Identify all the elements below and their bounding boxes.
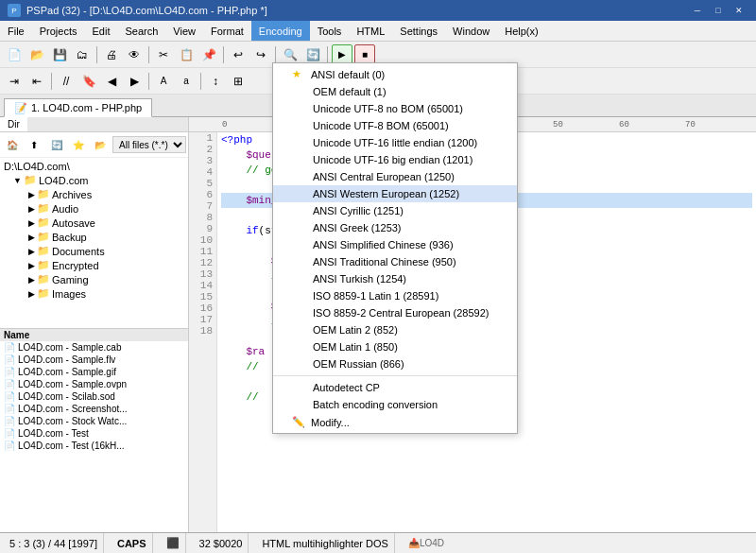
- copy-button[interactable]: 📋: [176, 44, 197, 65]
- tree-arrow-encrypted: ▶: [28, 261, 35, 270]
- caps-indicator: ⬛: [166, 537, 180, 549]
- editor-tab-php[interactable]: 📝 1. LO4D.com - PHP.php: [4, 98, 152, 117]
- file-name-6: LO4D.com - Stock Watc...: [18, 416, 127, 426]
- encoding-item-modify[interactable]: ✏️ Modify...: [273, 413, 517, 431]
- menu-tools[interactable]: Tools: [310, 21, 350, 41]
- prev-bookmark-button[interactable]: ◀: [101, 71, 122, 92]
- tree-item-documents[interactable]: ▶ 📁 Documents: [4, 244, 184, 258]
- file-list-item-0[interactable]: 📄 LO4D.com - Sample.cab: [0, 341, 188, 354]
- format-button[interactable]: ⊞: [228, 71, 249, 92]
- tree-item-encrypted[interactable]: ▶ 📁 Encrypted: [4, 258, 184, 272]
- toolbar-sep-8: [200, 73, 201, 90]
- file-list-item-2[interactable]: 📄 LO4D.com - Sample.gif: [0, 366, 188, 378]
- file-list-item-1[interactable]: 📄 LO4D.com - Sample.flv: [0, 354, 188, 366]
- file-list-item-4[interactable]: 📄 LO4D.com - Scilab.sod: [0, 390, 188, 403]
- file-icon-7: 📄: [4, 428, 15, 439]
- tab-label: 1. LO4D.com - PHP.php: [31, 102, 142, 113]
- undo-button[interactable]: ↩: [228, 44, 249, 65]
- new-button[interactable]: 📄: [4, 44, 25, 65]
- encoding-item-utf16-le[interactable]: Unicode UTF-16 little endian (1200): [273, 134, 517, 151]
- file-up-button[interactable]: ⬆: [24, 134, 43, 155]
- save-button[interactable]: 💾: [49, 44, 70, 65]
- encoding-item-oem-latin1[interactable]: OEM Latin 1 (850): [273, 338, 517, 355]
- encoding-item-autodetect[interactable]: Autodetect CP: [273, 379, 517, 396]
- outdent-button[interactable]: ⇤: [26, 71, 47, 92]
- menu-search[interactable]: Search: [117, 21, 165, 41]
- print-button[interactable]: 🖨: [101, 44, 122, 65]
- file-open-button[interactable]: 📂: [91, 134, 111, 155]
- menu-file[interactable]: File: [0, 21, 32, 41]
- open-button[interactable]: 📂: [26, 44, 47, 65]
- indent-button[interactable]: ⇥: [4, 71, 25, 92]
- encoding-item-batch[interactable]: Batch encoding conversion: [273, 396, 517, 413]
- file-tab-dir[interactable]: Dir: [0, 117, 27, 131]
- encoding-item-ansi-cyr[interactable]: ANSI Cyrillic (1251): [273, 202, 517, 219]
- menu-projects[interactable]: Projects: [32, 21, 85, 41]
- file-list-item-5[interactable]: 📄 LO4D.com - Screenshot...: [0, 403, 188, 415]
- menu-window[interactable]: Window: [445, 21, 497, 41]
- tree-item-autosave[interactable]: ▶ 📁 Autosave: [4, 216, 184, 230]
- menu-html[interactable]: HTML: [349, 21, 392, 41]
- encoding-item-utf8-nobom[interactable]: Unicode UTF-8 no BOM (65001): [273, 100, 517, 117]
- menu-view[interactable]: View: [165, 21, 203, 41]
- menu-edit[interactable]: Edit: [84, 21, 117, 41]
- encoding-item-utf8-bom[interactable]: Unicode UTF-8 BOM (65001): [273, 117, 517, 134]
- tree-item-images[interactable]: ▶ 📁 Images: [4, 286, 184, 301]
- menu-settings[interactable]: Settings: [392, 21, 445, 41]
- tree-item-archives[interactable]: ▶ 📁 Archives: [4, 187, 184, 201]
- file-list-item-7[interactable]: 📄 LO4D.com - Test: [0, 427, 188, 440]
- encoding-item-ansi-tchinese[interactable]: ANSI Traditional Chinese (950): [273, 253, 517, 270]
- bookmark-button[interactable]: 🔖: [78, 71, 99, 92]
- menu-format[interactable]: Format: [203, 21, 251, 41]
- encoding-item-ansi-greek[interactable]: ANSI Greek (1253): [273, 219, 517, 236]
- redo-button[interactable]: ↪: [250, 44, 271, 65]
- menu-help[interactable]: Help(x): [497, 21, 545, 41]
- save-all-button[interactable]: 🗂: [72, 44, 93, 65]
- tree-label-lo4d: LO4D.com: [39, 175, 89, 186]
- uppercase-button[interactable]: A: [153, 71, 174, 92]
- file-panel: Dir 🏠 ⬆ 🔄 ⭐ 📂 All files (*.*) D:\LO4D.co…: [0, 117, 189, 532]
- maximize-button[interactable]: □: [709, 4, 728, 17]
- file-home-button[interactable]: 🏠: [2, 134, 22, 155]
- file-list-item-3[interactable]: 📄 LO4D.com - Sample.ovpn: [0, 378, 188, 390]
- encoding-item-utf16-be[interactable]: Unicode UTF-16 big endian (1201): [273, 151, 517, 168]
- encoding-item-ansi-we[interactable]: ANSI Western European (1252): [273, 185, 517, 202]
- file-fav-button[interactable]: ⭐: [68, 134, 88, 155]
- encoding-item-ansi-turkish[interactable]: ANSI Turkish (1254): [273, 270, 517, 287]
- encoding-item-ansi-ce[interactable]: ANSI Central European (1250): [273, 168, 517, 185]
- status-position-text: 5 : 3 (3) / 44 [1997]: [9, 538, 97, 549]
- file-icon-4: 📄: [4, 391, 15, 402]
- status-position: 5 : 3 (3) / 44 [1997]: [4, 533, 104, 553]
- file-list-item-8[interactable]: 📄 LO4D.com - Test (16kH...: [0, 440, 188, 452]
- tree-item-audio[interactable]: ▶ 📁 Audio: [4, 201, 184, 216]
- file-icon-6: 📄: [4, 416, 15, 426]
- file-refresh-button[interactable]: 🔄: [46, 134, 66, 155]
- print-preview-button[interactable]: 👁: [124, 44, 145, 65]
- file-filter-select[interactable]: All files (*.*): [112, 136, 186, 153]
- encoding-label-16: OEM Latin 1 (850): [313, 341, 398, 353]
- tree-item-backup[interactable]: ▶ 📁 Backup: [4, 230, 184, 244]
- menu-encoding[interactable]: Encoding: [251, 21, 310, 41]
- encoding-label-2: Unicode UTF-8 no BOM (65001): [313, 103, 463, 114]
- minimize-button[interactable]: ─: [688, 4, 707, 17]
- cut-button[interactable]: ✂: [153, 44, 174, 65]
- folder-icon-autosave: 📁: [37, 216, 50, 229]
- paste-button[interactable]: 📌: [198, 44, 219, 65]
- file-list-item-6[interactable]: 📄 LO4D.com - Stock Watc...: [0, 415, 188, 427]
- tree-item-gaming[interactable]: ▶ 📁 Gaming: [4, 272, 184, 286]
- encoding-item-oem-latin2[interactable]: OEM Latin 2 (852): [273, 321, 517, 338]
- encoding-item-oem-russian[interactable]: OEM Russian (866): [273, 355, 517, 372]
- encoding-item-iso-ce[interactable]: ISO 8859-2 Central European (28592): [273, 304, 517, 321]
- encoding-item-ansi-schinese[interactable]: ANSI Simplified Chinese (936): [273, 236, 517, 253]
- file-icon-8: 📄: [4, 441, 15, 451]
- encoding-item-oem-default[interactable]: OEM default (1): [273, 83, 517, 100]
- encoding-item-ansi-default[interactable]: ★ ANSI default (0): [273, 65, 517, 83]
- sort-button[interactable]: ↕: [205, 71, 226, 92]
- status-caps: CAPS: [117, 538, 146, 549]
- next-bookmark-button[interactable]: ▶: [124, 71, 145, 92]
- lowercase-button[interactable]: a: [176, 71, 197, 92]
- close-button[interactable]: ✕: [730, 4, 748, 17]
- tree-item-lo4d[interactable]: ▼ 📁 LO4D.com: [4, 173, 184, 187]
- encoding-item-iso-latin1[interactable]: ISO 8859-1 Latin 1 (28591): [273, 287, 517, 304]
- comment-button[interactable]: //: [56, 71, 77, 92]
